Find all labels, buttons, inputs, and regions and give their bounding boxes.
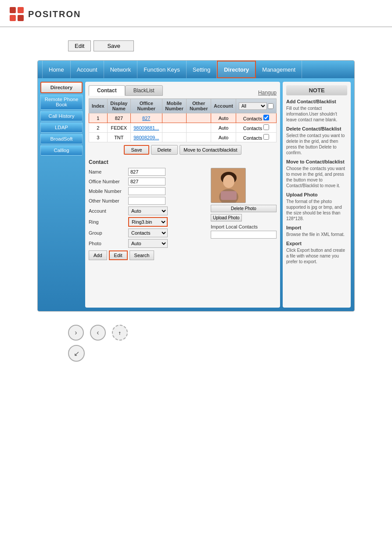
header: POSITRON [0, 0, 392, 27]
form-bottom-row: Add Edit Search [89, 250, 277, 260]
col-office-number: Office Number [130, 99, 162, 113]
nav-item-setting[interactable]: Setting [187, 61, 217, 78]
cell-other [187, 113, 211, 123]
delete-photo-button[interactable]: Delete Photo [211, 205, 277, 212]
note-import-text: Browse the file in XML format. [286, 232, 347, 237]
ring-label: Ring [89, 219, 128, 225]
cell-office: 827 [130, 113, 162, 123]
cell-index: 2 [89, 123, 108, 133]
bottom-icon-row: ↙ [0, 345, 392, 370]
top-toolbar: Edit Save [0, 27, 392, 60]
positron-logo-icon [9, 6, 25, 22]
note-move-title: Move to Contact/blacklist [286, 159, 347, 164]
center-panel: Contact BlackList Hangup Index Display N… [85, 82, 280, 308]
cell-index: 1 [89, 113, 108, 123]
note-move-text: Choose the contacts you want to move in … [286, 166, 347, 189]
other-input[interactable] [128, 197, 165, 205]
screenshot-container: Home Account Network Function Keys Setti… [37, 60, 355, 312]
cell-name: TNT [107, 133, 130, 142]
col-mobile-number: Mobile Number [162, 99, 187, 113]
office-label: Office Number [89, 179, 128, 184]
table-save-button[interactable]: Save [124, 145, 149, 155]
cell-name: 827 [107, 113, 130, 123]
sidebar-item-calllog[interactable]: Calllog [40, 145, 83, 156]
prev-button[interactable]: ‹ [90, 325, 106, 341]
import-input[interactable] [211, 231, 277, 239]
note-upload-title: Upload Photo [286, 192, 347, 197]
row-checkbox[interactable] [263, 115, 269, 120]
form-row-mobile: Mobile Number [89, 187, 206, 195]
office-input[interactable] [128, 178, 165, 185]
mobile-input[interactable] [128, 187, 165, 195]
cell-group: Contacts [236, 123, 276, 133]
form-edit-button[interactable]: Edit [109, 250, 128, 260]
next-button[interactable]: › [68, 325, 84, 341]
col-all: All Contacts [236, 99, 276, 113]
sidebar-item-ldap[interactable]: LDAP [40, 122, 83, 133]
table-move-button[interactable]: Move to Contact/blacklist [180, 145, 241, 155]
col-account: Account [211, 99, 236, 113]
name-input[interactable] [128, 168, 165, 176]
table-row[interactable]: 2 FEDEX 98009881... Auto Contacts [89, 123, 277, 133]
nav-item-account[interactable]: Account [71, 61, 104, 78]
cell-account: Auto [211, 123, 236, 133]
sidebar-item-remote-phone-book[interactable]: Remote Phone Book [40, 94, 83, 110]
table-delete-button[interactable]: Delete [151, 145, 178, 155]
cell-office: 98008209... [130, 133, 162, 142]
note-delete-title: Delete Contact/Blacklist [286, 126, 347, 131]
nav-item-network[interactable]: Network [104, 61, 138, 78]
group-label: Group [89, 230, 128, 236]
group-select[interactable]: Contacts [128, 229, 168, 237]
filter-select[interactable]: All Contacts [239, 102, 267, 110]
nav-bar: Home Account Network Function Keys Setti… [38, 61, 354, 78]
form-row-group: Group Contacts [89, 229, 206, 237]
table-row[interactable]: 3 TNT 98008209... Auto Contacts [89, 133, 277, 142]
photo-label: Photo [89, 241, 128, 246]
sidebar-item-broadsoft[interactable]: BroadSoft [40, 134, 83, 144]
sidebar-item-directory[interactable]: Directory [40, 82, 83, 93]
nav-item-function-keys[interactable]: Function Keys [137, 61, 186, 78]
sidebar-item-call-history[interactable]: Call History [40, 111, 83, 121]
add-button[interactable]: Add [89, 250, 107, 260]
table-row[interactable]: 1 827 827 Auto Contacts [89, 113, 277, 123]
row-checkbox[interactable] [263, 134, 269, 140]
cell-other [187, 123, 211, 133]
form-row-other: Other Number [89, 197, 206, 205]
row-checkbox[interactable] [263, 124, 269, 130]
name-label: Name [89, 169, 128, 174]
edit-button[interactable]: Edit [68, 40, 91, 51]
cell-group: Contacts [236, 133, 276, 142]
photo-area: Delete Photo Upload Photo Import Local C… [211, 168, 277, 239]
svg-rect-8 [221, 191, 237, 200]
hangup-link[interactable]: Hangup [258, 90, 277, 96]
save-button[interactable]: Save [94, 40, 134, 51]
cell-group: Contacts [236, 113, 276, 123]
svg-rect-1 [18, 7, 24, 13]
account-label: Account [89, 208, 128, 214]
select-all-checkbox[interactable] [268, 103, 273, 109]
note-add-text: Fill out the contact information.User sh… [286, 105, 347, 123]
special-nav-button[interactable]: ↙ [68, 345, 85, 362]
svg-rect-0 [10, 7, 16, 13]
tab-contact[interactable]: Contact [89, 85, 125, 96]
ring-select[interactable]: Ring3.bin [128, 217, 168, 227]
note-export-text: Click Export button and create a file wi… [286, 247, 347, 265]
form-row-office: Office Number [89, 178, 206, 185]
contact-photo [211, 168, 246, 203]
up-button[interactable]: ↑ [112, 325, 128, 341]
nav-item-management[interactable]: Management [256, 61, 302, 78]
note-title: NOTE [286, 85, 347, 95]
photo-select[interactable]: Auto [128, 239, 168, 248]
tab-blacklist[interactable]: BlackList [125, 85, 163, 96]
upload-photo-button[interactable]: Upload Photo [211, 214, 242, 221]
svg-rect-3 [18, 15, 24, 21]
form-row-name: Name [89, 168, 206, 176]
other-label: Other Number [89, 198, 128, 203]
mobile-label: Mobile Number [89, 189, 128, 194]
nav-item-directory[interactable]: Directory [217, 61, 256, 78]
nav-item-home[interactable]: Home [42, 61, 71, 78]
cell-account: Auto [211, 113, 236, 123]
account-select[interactable]: Auto [128, 207, 168, 215]
form-row-ring: Ring Ring3.bin [89, 217, 206, 227]
search-button[interactable]: Search [129, 250, 155, 260]
